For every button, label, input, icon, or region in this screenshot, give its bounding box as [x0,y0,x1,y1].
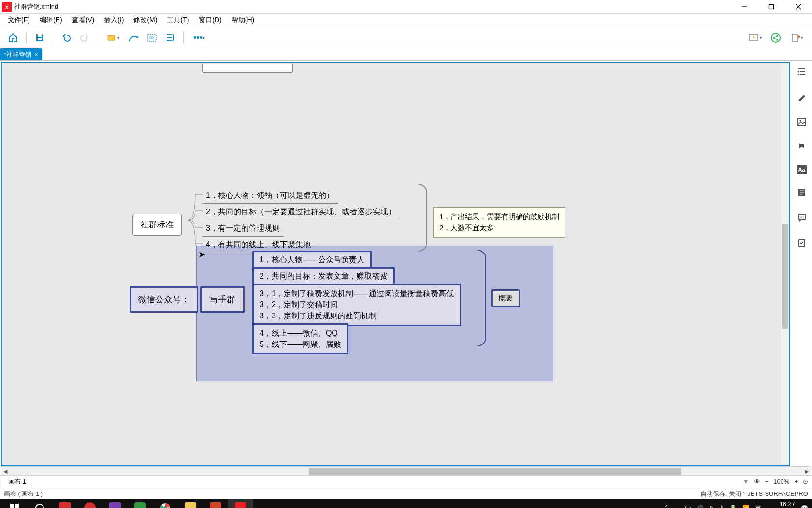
node-t2-3[interactable]: 3，1，定制了稿费发放机制——通过阅读量衡量稿费高低 3，2，定制了交稿时间 3… [252,284,461,326]
tab-close-icon[interactable]: × [34,51,38,58]
menu-insert[interactable]: 插入(I) [99,14,129,27]
cortana-icon[interactable] [27,499,52,508]
task-onenote[interactable] [102,499,128,508]
format-icon[interactable] [795,90,809,104]
scroll-right-icon[interactable]: ▶ [802,467,811,476]
svg-rect-36 [800,239,803,240]
relationship-icon[interactable] [126,30,141,45]
task-explorer[interactable] [178,499,203,508]
menu-help[interactable]: 帮助(H) [227,14,259,27]
node-topic2b[interactable]: 写手群 [200,286,245,313]
boundary-icon[interactable] [145,30,159,45]
toolbar-separator [53,32,53,44]
tray-clock[interactable]: 16:27 2018/9/26 [767,500,795,508]
share-icon[interactable] [768,30,783,45]
tray-ime[interactable]: 英 [755,504,761,508]
window-title: 社群营销.xmind [14,2,731,11]
more-icon[interactable]: ••• ▾ [189,30,209,45]
tray-display-icon[interactable]: 🖵 [685,505,691,508]
notes-icon[interactable] [795,186,809,199]
menu-file[interactable]: 文件(F) [3,14,35,27]
sheet-bar: 画布 1 ▼ 👁 − 100% + ⊙ [0,475,812,488]
zoom-minus[interactable]: − [765,478,769,485]
node-topic1[interactable]: 社群标准 [132,214,182,236]
task-icon[interactable] [795,236,809,250]
undo-icon[interactable] [59,30,73,45]
comments-icon[interactable] [795,211,809,224]
node-t1-2[interactable]: 2，共同的目标（一定要通过社群实现、或者逐步实现） [202,205,400,219]
zoom-reset[interactable]: ⊙ [803,478,808,485]
system-tray: ˄ ☁ 🖵 🔊 ✎ ᛒ 🔋 📶 英 16:27 2018/9/26 💬 [665,500,810,508]
menu-tools[interactable]: 工具(T) [162,14,194,27]
node-note1[interactable]: 1，产出结果，需要有明确的鼓励机制 2，人数不宜太多 [433,207,566,238]
eye-icon[interactable]: 👁 [754,478,760,485]
task-powerpoint[interactable] [203,499,228,508]
tab-current[interactable]: *社群营销 × [0,48,42,60]
tray-bluetooth-icon[interactable]: ᛒ [720,505,724,508]
menu-window[interactable]: 窗口(D) [194,14,226,27]
node-summary[interactable]: 概要 [491,289,520,307]
task-chrome[interactable] [153,499,178,508]
node-t2-4a: 4，线上——微信、QQ [260,328,341,339]
zoom-percent: 100% [773,478,789,485]
minimize-button[interactable] [731,0,758,14]
node-t1-1[interactable]: 1，核心人物：领袖（可以是虚无的） [202,189,338,203]
tray-sound-icon[interactable]: 🔊 [696,505,704,508]
tray-pen-icon[interactable]: ✎ [710,505,714,508]
status-right: 自动保存: 关闭 ° JETS-SURFACEPRO [700,490,808,498]
marker-dropdown[interactable]: ▾ [104,30,122,45]
tray-battery-icon[interactable]: 🔋 [729,505,737,508]
close-button[interactable] [785,0,812,14]
mindmap-canvas[interactable]: 社群标准 1，核心人物：领袖（可以是虚无的） 2，共同的目标（一定要通过社群实现… [1,62,790,466]
text-icon[interactable]: Aa [797,165,807,174]
svg-point-33 [801,217,802,218]
scroll-thumb[interactable] [309,468,682,475]
horizontal-scrollbar[interactable]: ◀ ▶ [1,466,811,475]
svg-line-19 [774,36,777,37]
home-icon[interactable] [6,30,20,45]
scroll-left-icon[interactable]: ◀ [1,467,10,476]
image-icon[interactable] [795,115,809,129]
node-topic2a[interactable]: 微信公众号： [130,286,198,313]
node-t2-3c: 3，3，定制了违反规则的处罚机制 [260,310,454,321]
maximize-button[interactable] [758,0,785,14]
node-t1-4[interactable]: 4，有共同的线上、线下聚集地 [202,238,315,252]
toolbar: ▾ ••• ▾ ▾ ▾ [0,27,812,48]
svg-line-20 [774,38,777,39]
task-app-2[interactable] [77,499,102,508]
windows-taskbar: ˄ ☁ 🖵 🔊 ✎ ᛒ 🔋 📶 英 16:27 2018/9/26 💬 [0,499,812,508]
toolbar-separator [183,32,184,44]
menu-edit[interactable]: 编辑(E) [35,14,67,27]
filter-icon[interactable]: ▼ [743,478,749,485]
svg-rect-4 [38,34,42,37]
svg-rect-26 [798,119,806,125]
svg-point-32 [800,217,801,218]
task-app-1[interactable] [52,499,77,508]
title-bar: x 社群营销.xmind [0,0,812,14]
marker-icon[interactable] [795,140,809,154]
xmind-app-icon: x [2,2,12,12]
sheet-tab[interactable]: 画布 1 [2,476,32,488]
node-t2-4[interactable]: 4，线上——微信、QQ 5，线下——网聚、腐败 [252,323,348,354]
save-icon[interactable] [32,30,47,45]
zoom-plus[interactable]: + [794,478,798,485]
redo-icon[interactable] [77,30,92,45]
tray-notifications-icon[interactable]: 💬 [801,505,808,508]
svg-rect-38 [15,504,19,508]
tray-up-icon[interactable]: ˄ [665,505,667,508]
svg-point-34 [803,217,804,218]
start-button[interactable] [2,499,27,508]
tray-weather-icon[interactable]: ☁ [673,505,679,508]
export-icon[interactable]: ▾ [787,30,806,45]
task-wechat[interactable] [128,499,153,508]
connector-lines [186,189,205,252]
summary-icon[interactable] [163,30,177,45]
menu-view[interactable]: 查看(V) [67,14,100,27]
tray-wifi-icon[interactable]: 📶 [742,505,750,508]
menu-modify[interactable]: 修改(M) [129,14,162,27]
outline-icon[interactable] [795,65,809,78]
vertical-scrollbar[interactable] [781,63,789,465]
task-xmind[interactable] [228,499,253,508]
present-icon[interactable]: ▾ [745,30,765,45]
node-t1-3[interactable]: 3，有一定的管理规则 [202,222,284,236]
